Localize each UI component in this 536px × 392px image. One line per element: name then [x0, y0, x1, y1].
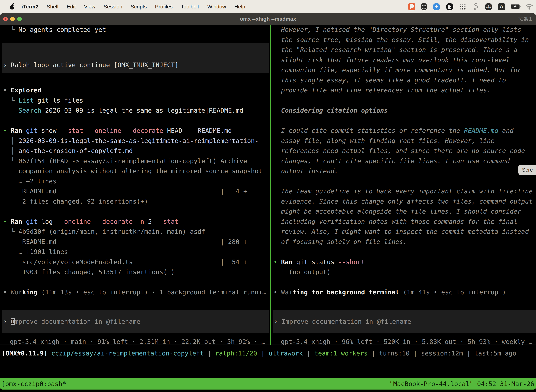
term-segment: •: [273, 289, 281, 296]
menu-item-shell[interactable]: Shell: [47, 4, 58, 10]
term-line: the source tree, missing the essay. Stil…: [273, 35, 536, 45]
term-line: might be acceptable alongside the file l…: [273, 206, 536, 217]
menu-item-view[interactable]: View: [84, 4, 95, 10]
hook-icon[interactable]: [472, 3, 479, 10]
term-segment: status: [308, 258, 335, 266]
term-line: [273, 277, 536, 287]
menubar-status-icons: ..61 A: [408, 3, 533, 10]
term-line: [3, 45, 269, 55]
term-segment: changes, I can't cite specific file line…: [273, 157, 510, 165]
menu-item-toolbelt[interactable]: Toolbelt: [181, 4, 199, 10]
term-segment: session:12m: [421, 350, 463, 357]
menu-item-help[interactable]: Help: [234, 4, 245, 10]
term-segment: └: [3, 157, 19, 165]
term-segment: slight risk that future readers may over…: [273, 56, 510, 64]
battery-icon[interactable]: [511, 4, 520, 9]
menu-item-window[interactable]: Window: [207, 4, 226, 10]
term-line: └ 067f154 (HEAD -> essay/ai-reimplementa…: [3, 156, 269, 166]
chat-app-icon[interactable]: [408, 3, 415, 10]
lightning-badge-icon[interactable]: [433, 3, 440, 10]
term-line: [OMX#0.11.9] cczip/essay/ai-reimplementa…: [2, 348, 535, 359]
window-titlebar[interactable]: omx --xhigh --madmax ⌥⌘1: [0, 13, 536, 25]
battery-bolt-glyph: [514, 5, 517, 8]
term-segment: |: [410, 350, 421, 357]
term-line: README.md | 4 +: [3, 186, 269, 196]
input-source-icon[interactable]: A: [498, 3, 505, 10]
term-segment: •: [3, 218, 11, 225]
dots-grid-icon[interactable]: [459, 3, 466, 10]
term-segment: --short: [335, 258, 365, 266]
battery-count-icon[interactable]: ..61: [485, 3, 492, 10]
term-segment: the "Related research writing" section i…: [273, 46, 517, 53]
term-segment: gpt-5.4 xhigh · 96% left · 520K in · 5.8…: [281, 338, 532, 345]
term-segment: and: [498, 127, 514, 134]
menu-item-edit[interactable]: Edit: [67, 4, 76, 10]
term-line: └ No agents completed yet: [3, 25, 269, 35]
term-segment: log: [38, 218, 53, 225]
term-segment: companion file, especially if more comme…: [273, 66, 521, 74]
shield-grid-icon[interactable]: [421, 3, 427, 10]
battery-count-label: ..61: [486, 5, 491, 8]
term-segment: •: [273, 258, 281, 266]
term-line: • Ran git show --stat --oneline --decora…: [3, 126, 269, 136]
left-prompt-input[interactable]: › Improve documentation in @filename: [2, 310, 269, 333]
term-segment: references need actual files, and since …: [273, 147, 525, 154]
menu-item-iterm2[interactable]: iTerm2: [21, 4, 38, 10]
term-segment: --: [182, 127, 194, 134]
term-line: this single essay, it seems like a good …: [273, 75, 536, 85]
term-segment: and-the-erosion-of-copyleft.md: [19, 147, 133, 154]
term-segment: might be acceptable alongside the file l…: [273, 208, 521, 215]
term-segment: the source tree, missing the essay. Stil…: [273, 36, 529, 43]
term-segment: README.md | 280 +: [3, 238, 247, 245]
term-segment: ralph:11/20: [215, 350, 257, 357]
term-line: … +1901 lines: [3, 247, 269, 257]
term-line: references need actual files, and since …: [273, 146, 536, 156]
term-line: evidence. Since this change only affects…: [273, 196, 536, 206]
term-line: I could cite commit statistics or refere…: [273, 126, 536, 136]
term-segment: └: [3, 97, 19, 104]
term-segment: 2026-03-09-is-legal-the-same-as-legitima…: [19, 137, 258, 144]
term-line: companion file, especially if more comme…: [273, 65, 536, 75]
term-line: essay file, along with finding root file…: [273, 136, 536, 146]
term-segment: ›: [274, 318, 282, 325]
menu-item-scripts[interactable]: Scripts: [131, 4, 147, 10]
menu-item-profiles[interactable]: Profiles: [155, 4, 172, 10]
term-segment: (no output): [289, 268, 330, 275]
term-segment: •: [3, 127, 11, 134]
pane-divider[interactable]: [270, 25, 271, 345]
term-segment: git: [292, 258, 308, 266]
term-line: › Ralph loop active continue [OMX_TMUX_I…: [3, 60, 269, 70]
term-segment: › Ralph loop active continue [OMX_TMUX_I…: [3, 61, 178, 69]
menu-item-session[interactable]: Session: [104, 4, 122, 10]
term-segment: king: [22, 289, 38, 296]
term-line: gpt-5.4 xhigh · main · 91% left · 2.31M …: [10, 337, 269, 347]
term-segment: 067f154 (HEAD -> essay/ai-reimplementati…: [19, 157, 247, 165]
menu-items: ShellEditViewSessionScriptsProfilesToolb…: [38, 4, 245, 10]
term-line: Search 2026-03-09-is-legal-the-same-as-l…: [3, 105, 269, 116]
term-line: README.md | 280 +: [3, 237, 269, 247]
term-segment: │: [3, 137, 19, 144]
wifi-icon[interactable]: [526, 4, 533, 10]
term-segment: 5: [144, 218, 152, 225]
term-segment: mprove documentation in @filename: [14, 318, 140, 325]
terminal[interactable]: └ No agents completed yet› Ralph loop ac…: [0, 25, 536, 392]
right-pane-output: However, I noticed the "Directory Struct…: [273, 25, 536, 297]
keynote-icon[interactable]: [446, 3, 453, 10]
term-line: [273, 247, 536, 257]
term-segment: 4b9d30f (origin/main, instructkr/main, m…: [19, 228, 205, 235]
term-segment: gpt-5.4 xhigh · main · 91% left · 2.31M …: [10, 338, 265, 345]
term-segment: •: [3, 289, 11, 296]
term-segment: Explored: [11, 87, 41, 94]
window-shortcut: ⌥⌘1: [517, 16, 532, 22]
term-line: The team guideline is to back every impo…: [273, 186, 536, 196]
term-line: [273, 176, 536, 186]
term-segment: README.md: [194, 127, 232, 134]
term-segment: Considering citation options: [273, 107, 388, 114]
term-segment: I: [11, 318, 14, 325]
term-segment: ›: [3, 318, 11, 325]
right-prompt-input[interactable]: › Improve documentation in @filename: [273, 310, 536, 333]
apple-menu-icon[interactable]: [10, 4, 14, 9]
term-segment: |: [463, 350, 474, 357]
term-line: [3, 116, 269, 126]
term-segment: (1m 41s • esc to interrupt): [399, 289, 506, 296]
